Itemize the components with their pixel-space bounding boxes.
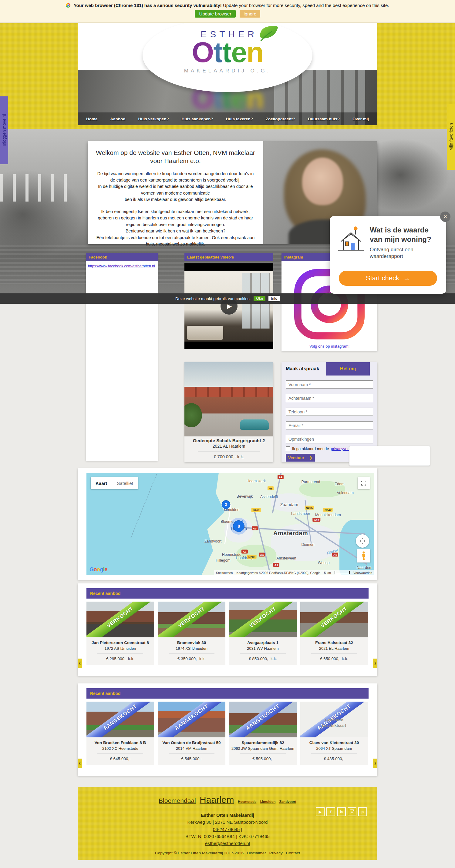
google-map[interactable]: Heemskerk Purmerend Edam Volendam Beverw… bbox=[86, 473, 374, 575]
footer-email-link[interactable]: esther@estherotten.nl bbox=[205, 841, 250, 846]
nav-huis-verkopen[interactable]: Huis verkopen? bbox=[138, 117, 169, 121]
listing-photo: VERKOCHT bbox=[158, 601, 225, 638]
tab-bel-mij[interactable]: Bel mij bbox=[326, 362, 370, 375]
carousel-prev-button[interactable]: ❮ bbox=[78, 658, 82, 668]
banner-message-rest: Update your browser for more security, s… bbox=[223, 3, 389, 8]
listing-card[interactable]: AANGEKOCHT Spaarndammerdijk 82 2063 JW S… bbox=[229, 702, 297, 765]
tab-maak-afspraak[interactable]: Maak afspraak bbox=[286, 362, 319, 375]
nav-huis-taxeren[interactable]: Huis taxeren? bbox=[226, 117, 253, 121]
banner-message: Your web browser (Chrome 131) has a seri… bbox=[0, 0, 455, 8]
cookie-bar: Deze website maakt gebruik van cookies. … bbox=[0, 293, 455, 304]
ignore-button[interactable]: Ignore bbox=[239, 10, 261, 18]
road-badge-a1: A1 bbox=[332, 553, 338, 557]
linkedin-icon[interactable]: in bbox=[337, 807, 346, 816]
map-label-amstelveen: Amstelveen bbox=[276, 556, 296, 560]
listing-card[interactable]: AANGEKOCHT Von Brucken Focklaan 8 B 2102… bbox=[86, 702, 154, 765]
carousel-next-button[interactable]: ❯ bbox=[373, 658, 377, 668]
footer-link-bloemendaal[interactable]: Bloemendaal bbox=[159, 797, 196, 804]
welcome-text: Welkom op de website van Esther Otten, N… bbox=[88, 141, 263, 244]
welcome-paragraph: De tijd waarin woningen alleen te koop k… bbox=[94, 170, 257, 184]
listing-card[interactable]: VERKOCHT Frans Halsstraat 32 2021 EL Haa… bbox=[300, 601, 368, 665]
recent-aanbod-header: Recent aanbod bbox=[86, 588, 369, 598]
map-shortcuts-link[interactable]: Sneltoetsen bbox=[216, 571, 233, 575]
listing-card[interactable]: AANGEKOCHT Geen fotobeschikbaar! Claes v… bbox=[300, 702, 368, 765]
road-badge-a10: A10 bbox=[313, 518, 320, 522]
nav-huis-aankopen[interactable]: Huis aankopen? bbox=[182, 117, 213, 121]
voornaam-field[interactable] bbox=[286, 380, 373, 389]
listing-card[interactable]: AANGEKOCHT Van Oosten de Bruijnstraat 59… bbox=[158, 702, 225, 765]
road-badge-a4: A4 bbox=[259, 553, 265, 557]
google-logo[interactable]: Google bbox=[89, 566, 107, 573]
pegman-icon[interactable] bbox=[357, 549, 370, 562]
map-terms-link[interactable]: Voorwaarden bbox=[353, 571, 372, 575]
facebook-link[interactable]: https://www.facebook.com/estherotten.nl bbox=[86, 261, 158, 271]
listing-price: € 295.000,- k.k. bbox=[88, 656, 152, 661]
opmerkingen-field[interactable] bbox=[286, 435, 373, 443]
footer-link-zandvoort[interactable]: Zandvoort bbox=[279, 800, 296, 803]
telefoon-field[interactable] bbox=[286, 408, 373, 416]
house-icon bbox=[336, 225, 366, 253]
carousel-prev-button[interactable]: ❮ bbox=[78, 758, 82, 768]
map-card: Heemskerk Purmerend Edam Volendam Beverw… bbox=[78, 468, 377, 580]
listing-price: € 545.000,- bbox=[160, 756, 224, 761]
listing-price: € 350.000,- k.k. bbox=[160, 656, 224, 661]
update-browser-button[interactable]: Update browser bbox=[195, 10, 236, 18]
footer-disclaimer-link[interactable]: Disclaimer bbox=[247, 851, 266, 855]
nav-zoekopdracht[interactable]: Zoekopdracht? bbox=[266, 117, 295, 121]
footer-btw: BTW: NL002076564B84 | KvK: 67719465 bbox=[78, 833, 377, 840]
listing-photo: AANGEKOCHT bbox=[158, 702, 225, 737]
youtube-icon[interactable]: ▶ bbox=[316, 807, 324, 816]
footer-link-heemstede[interactable]: Heemstede bbox=[238, 800, 256, 803]
video-player[interactable]: ▶ bbox=[184, 264, 273, 349]
pinterest-icon[interactable]: p bbox=[358, 807, 367, 816]
listing-address: Von Brucken Focklaan 8 B bbox=[88, 740, 152, 746]
email-field[interactable] bbox=[286, 421, 373, 430]
map-label-heemskerk: Heemskerk bbox=[247, 479, 266, 483]
chevron-right-icon: ❯ bbox=[309, 456, 312, 460]
listing-card[interactable]: VERKOCHT Avegaarplaats 1 2031 WV Haarlem… bbox=[229, 601, 297, 665]
listing-city: 2064 XT Spaarndam bbox=[302, 746, 366, 751]
map-label-purmerend: Purmerend bbox=[302, 480, 320, 484]
instagram-follow-link[interactable]: Volg ons op instagram! bbox=[282, 344, 377, 348]
cookie-ok-button[interactable]: Oké bbox=[254, 296, 265, 301]
cookie-info-button[interactable]: Info bbox=[268, 296, 280, 301]
nav-over-mij[interactable]: Over mij bbox=[352, 117, 369, 121]
footer-link-ijmuiden[interactable]: IJmuiden bbox=[260, 800, 276, 803]
map-kaart-button[interactable]: Kaart bbox=[91, 481, 112, 486]
fullscreen-icon[interactable] bbox=[358, 477, 370, 489]
nav-home[interactable]: Home bbox=[86, 117, 98, 121]
nav-duurzaam-huis[interactable]: Duurzaam huis? bbox=[308, 117, 340, 121]
facebook-icon[interactable]: f bbox=[326, 807, 335, 816]
footer-phone-link[interactable]: 06-24779645 bbox=[213, 827, 239, 832]
listing-city: 2014 VM Haarlem bbox=[160, 746, 224, 751]
footer-contact-link[interactable]: Contact bbox=[286, 851, 300, 855]
instagram-icon[interactable] bbox=[348, 807, 357, 816]
map-cluster-marker-8[interactable]: 8 bbox=[233, 520, 245, 532]
map-cluster-marker-2[interactable]: 2 bbox=[222, 500, 230, 509]
carousel-next-button[interactable]: ❯ bbox=[373, 758, 377, 768]
popup-subtitle: Ontvang direct eenwaarderapport bbox=[370, 246, 431, 260]
close-icon[interactable]: ✕ bbox=[440, 212, 451, 222]
footer-privacy-link[interactable]: Privacy bbox=[269, 851, 283, 855]
logo[interactable]: ESTHER Otten MAKELAARDIJ O.G. bbox=[143, 29, 312, 74]
achternaam-field[interactable] bbox=[286, 394, 373, 402]
map-satelliet-button[interactable]: Satelliet bbox=[112, 481, 138, 486]
map-scale-label: 5 km bbox=[324, 571, 331, 575]
main-navigation: Home Aanbod Huis verkopen? Huis aankopen… bbox=[78, 113, 377, 125]
cookie-message: Deze website maakt gebruik van cookies. bbox=[175, 297, 251, 301]
listing-card[interactable]: VERKOCHT Bramenvlak 30 1974 XS IJmuiden … bbox=[158, 601, 225, 665]
privacy-checkbox[interactable] bbox=[286, 446, 290, 451]
favorites-tab[interactable]: Mijn favorieten bbox=[447, 104, 455, 170]
welcome-paragraph: Eén telefoontje is voldoende om tot een … bbox=[94, 235, 257, 248]
featured-listing-card[interactable]: Gedempte Schalk Burgergracht 2 2021 AL H… bbox=[184, 362, 273, 462]
login-move-tab[interactable]: Inloggen move.nl bbox=[0, 96, 8, 164]
nav-aanbod[interactable]: Aanbod bbox=[110, 117, 125, 121]
featured-address: Gedempte Schalk Burgergracht 2 bbox=[184, 438, 273, 443]
agree-label: Ik ga akkoord met de bbox=[292, 446, 329, 451]
map-pan-control[interactable] bbox=[356, 534, 369, 548]
verstuur-button[interactable]: Verstuur ❯ bbox=[286, 454, 315, 462]
listing-card[interactable]: VERKOCHT Jan Pieterszoon Coenstraat 8 19… bbox=[86, 601, 154, 665]
map-label-monnickendam: Monnickendam bbox=[315, 513, 341, 517]
start-check-button[interactable]: Start check → bbox=[339, 271, 437, 286]
footer-link-haarlem[interactable]: Haarlem bbox=[200, 795, 234, 805]
